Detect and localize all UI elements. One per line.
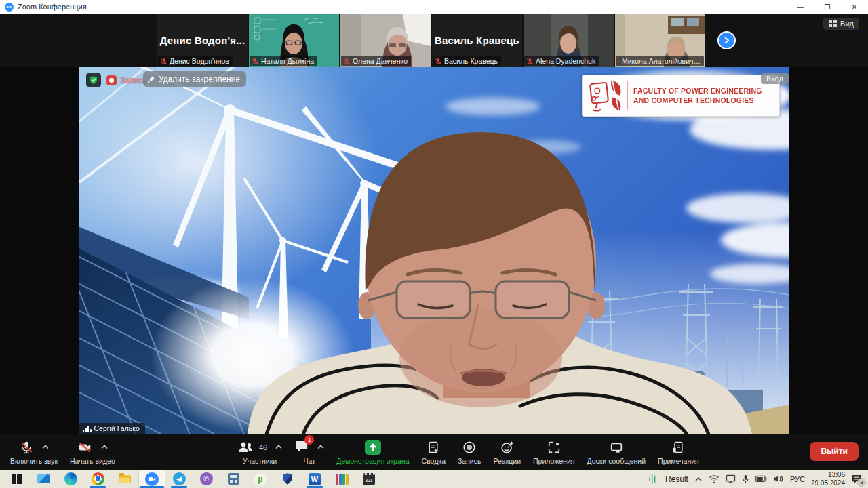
language-indicator[interactable]: РУС [790,475,805,483]
banner-divider [627,81,628,110]
record-icon [462,440,477,455]
recording-icon [106,75,117,85]
taskbar-antivirus[interactable] [274,470,301,488]
pin-icon [147,75,155,83]
mic-muted-icon [343,58,351,65]
share-screen-icon [365,440,381,455]
chevron-up-icon[interactable] [101,445,108,449]
pinned-speaker-video: Запись Удалить закрепление [79,67,789,434]
mic-muted-icon [19,440,34,455]
apps-button[interactable]: Приложения [527,434,580,470]
taskbar-edge[interactable] [57,470,84,488]
chevron-up-icon[interactable] [42,445,49,449]
edge-icon [64,472,77,485]
next-participants-button[interactable] [717,31,736,49]
window-title: Zoom Конференция [18,3,87,11]
view-button[interactable]: Вид [823,18,859,30]
restore-button[interactable]: ❐ [814,0,841,14]
shield-app-icon [283,473,292,485]
mic-muted-icon [618,58,620,65]
taskbar-chrome[interactable] [84,470,111,488]
taskbar-telegram[interactable] [165,470,193,488]
weather-widget-icon[interactable] [647,473,659,485]
battery-icon[interactable] [755,475,767,483]
participant-name-label: Наталя Дьоміна [250,56,317,66]
winrar-icon [336,474,349,485]
participant-tile[interactable]: Василь Кравець Василь Кравець [432,14,522,67]
taskbar-winrar[interactable] [328,470,355,488]
summary-button[interactable]: Сводка [416,434,452,470]
participant-name-label: Микола Анатолійович… [616,56,704,66]
taskbar-explorer[interactable] [111,470,138,488]
chat-button[interactable]: 1 Чат [288,434,330,470]
mic-tray-icon[interactable] [742,474,749,484]
participant-tile[interactable]: Alena Dyadenchuk [524,14,614,67]
taskbar-calculator[interactable] [220,470,247,488]
video-off-icon [77,440,93,455]
share-screen-button[interactable]: Демонстрация экрана [330,434,415,470]
banner-line-1: FACULTY OF POWER ENGINEERING [633,87,762,95]
reactions-button[interactable]: Реакции [487,434,527,470]
banner-line-2: AND COMPUTER TECHNOLOGIES [633,96,762,104]
notes-icon [671,440,685,455]
clock[interactable]: 13:06 29.05.2024 [811,471,845,487]
taskbar-utorrent[interactable]: µ [247,470,274,488]
minimize-button[interactable]: — [787,0,814,14]
zoom-app-icon: zm [5,3,14,12]
speaker-icon[interactable] [773,474,784,483]
chevron-up-icon[interactable] [275,445,282,449]
participant-name-label: Денис Водоп'янов [158,56,233,66]
recording-indicator[interactable]: Запись [106,75,146,85]
widget-label[interactable]: Result [665,474,688,484]
windows-logo-icon [12,474,22,484]
whiteboards-icon [608,440,625,455]
taskbar-mail[interactable] [30,470,57,488]
chrome-icon [92,472,104,485]
leave-meeting-button[interactable]: Выйти [810,442,859,461]
record-button[interactable]: Запись [452,434,487,470]
security-shield-icon[interactable] [86,73,101,87]
participants-button[interactable]: 46 Участники [231,434,288,470]
wifi-icon[interactable] [709,474,719,483]
participant-tile[interactable]: Олена Данченко [340,14,431,67]
hidden-icons-chevron[interactable] [694,476,703,482]
participant-tile[interactable]: Микола Анатолійович… [615,14,705,67]
unmute-button[interactable]: Включить звук [4,434,64,470]
taskbar-word[interactable]: W [301,470,328,488]
active-speaker-label: Сергій Галько [79,423,145,434]
participant-tile[interactable]: Наталя Дьоміна [249,14,339,67]
taskbar-viber[interactable]: ✆ [193,470,220,488]
utorrent-icon: µ [254,473,267,485]
participant-name-label: Олена Данченко [341,56,411,66]
faculty-banner: FACULTY OF POWER ENGINEERING AND COMPUTE… [582,75,780,117]
participants-count: 46 [259,443,267,451]
participant-name-label: Василь Кравець [433,56,501,66]
mic-muted-icon [252,58,259,65]
taskbar-mediaplayer[interactable]: 321 [355,470,382,488]
taskbar-zoom[interactable] [138,470,165,488]
meeting-toolbar: Включить звук Начать видео 46 Участники [0,434,868,470]
participant-tile[interactable]: Денис Водоп'я... Денис Водоп'янов [157,14,248,67]
whiteboards-button[interactable]: Доски сообщений [580,434,652,470]
start-button[interactable] [3,470,30,488]
mic-muted-icon [526,58,534,65]
notification-center[interactable]: 3 [851,474,863,485]
faculty-logo [588,78,623,113]
close-button[interactable]: ✕ [841,0,868,14]
time: 13:06 [811,471,845,479]
mic-muted-icon [160,58,167,65]
participants-icon [237,441,254,454]
start-video-button[interactable]: Начать видео [64,434,121,470]
notes-button[interactable]: Примечания [652,434,705,470]
media-player-icon: 321 [363,473,375,485]
calculator-icon [228,473,239,485]
remove-pin-button[interactable]: Удалить закрепление [143,71,246,87]
entry-tag[interactable]: Вход [761,73,789,84]
window-titlebar: zm Zoom Конференция — ❐ ✕ [0,0,868,14]
participants-filmstrip: Денис Водоп'я... Денис Водоп'янов [0,14,868,67]
chevron-up-icon[interactable] [317,445,324,449]
chat-unread-badge: 1 [304,435,314,445]
participant-tiles: Денис Водоп'я... Денис Водоп'янов [157,14,705,67]
chevron-right-icon [723,37,730,44]
display-icon[interactable] [726,474,736,483]
